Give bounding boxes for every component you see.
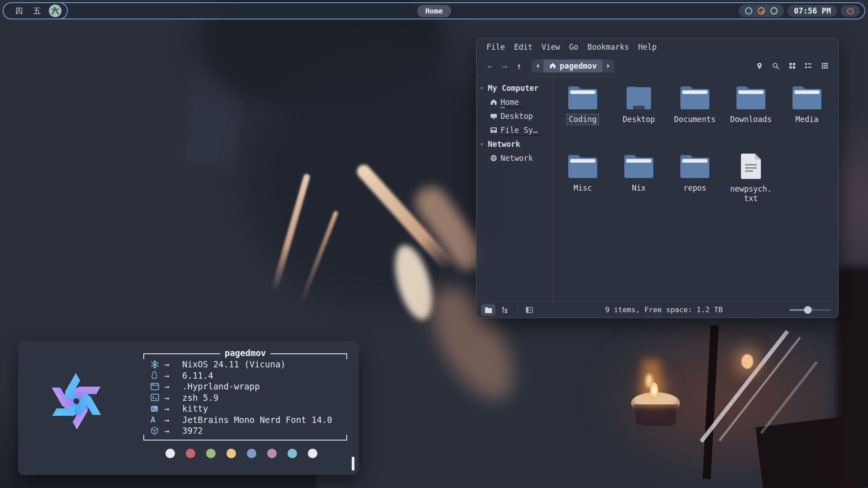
folder-icon — [679, 153, 711, 179]
active-window-title: Home — [417, 5, 451, 17]
arrow-icon: → — [164, 381, 182, 391]
file-manager-window: File Edit View Go Bookmarks Help ← → ↑ p… — [476, 38, 839, 318]
arrow-icon: → — [164, 404, 182, 413]
menu-go[interactable]: Go — [565, 41, 583, 53]
path-scroll-left[interactable] — [532, 59, 543, 73]
menu-help[interactable]: Help — [633, 41, 661, 53]
fastfetch-output: pagedmov → NixOS 24.11 (Vicuna) → 6.11.4… — [143, 353, 347, 441]
sidebar-item-network[interactable]: Network — [476, 151, 552, 165]
file-item-desktop[interactable]: Desktop — [611, 84, 667, 153]
status-text: 9 items, Free space: 1.2 TB — [538, 305, 789, 314]
right-triangle-icon — [607, 64, 610, 68]
workspace-6-active[interactable]: 六 — [49, 5, 61, 17]
workspace-4[interactable]: 四 — [13, 5, 25, 17]
icon-view-icon — [789, 62, 796, 69]
folder-icon — [735, 84, 767, 111]
home-icon — [490, 99, 497, 106]
forward-button[interactable]: → — [497, 59, 512, 73]
path-segment-label: pagedmov — [560, 61, 597, 70]
kernel-penguin-icon — [151, 371, 164, 380]
places-pane-button[interactable] — [481, 304, 495, 316]
text-file-icon — [739, 153, 763, 180]
search-button[interactable] — [769, 59, 783, 73]
compact-view-icon — [821, 62, 828, 69]
desktop-icon — [490, 113, 497, 120]
filesystem-icon — [490, 127, 497, 134]
path-segment-home[interactable]: pagedmov — [543, 60, 603, 72]
file-item-media[interactable]: Media — [779, 84, 835, 153]
status-bar: 9 items, Free space: 1.2 TB — [476, 301, 838, 318]
terminal-window[interactable]: pagedmov → NixOS 24.11 (Vicuna) → 6.11.4… — [18, 341, 359, 475]
search-icon — [772, 62, 779, 70]
file-item-newpsych-txt[interactable]: newpsych.txt — [723, 153, 779, 222]
expander-triangle-icon[interactable]: ▾ — [480, 85, 485, 91]
file-item-coding[interactable]: Coding — [555, 84, 611, 153]
menu-bar: File Edit View Go Bookmarks Help — [476, 38, 838, 56]
fetch-row-packages: → 3972 — [151, 425, 347, 436]
desktop-folder-icon — [623, 84, 655, 111]
cpu-circle-icon — [744, 6, 753, 15]
fetch-row-wm: → .Hyprland-wrapp — [151, 381, 347, 392]
list-view-button[interactable] — [801, 59, 816, 73]
workspace-5[interactable]: 五 — [31, 5, 43, 17]
system-monitors[interactable] — [739, 5, 784, 17]
menu-view[interactable]: View — [537, 41, 565, 53]
fetch-row-font: A → JetBrains Mono Nerd Font 14.0 — [151, 414, 347, 426]
sidebar-item-filesystem[interactable]: File Sy… — [476, 123, 552, 137]
compact-view-button[interactable] — [817, 59, 832, 73]
nixos-logo — [29, 354, 124, 449]
disk-circle-icon — [769, 6, 778, 15]
places-sidebar: ▾ My Computer Home Desktop File Sy… ▾ Ne… — [476, 76, 552, 301]
zoom-slider[interactable] — [789, 306, 831, 314]
arrow-icon: → — [164, 415, 182, 425]
menu-edit[interactable]: Edit — [509, 41, 537, 53]
list-view-icon — [805, 62, 812, 69]
arrow-icon: → — [164, 359, 182, 369]
palette-dot — [206, 449, 216, 458]
file-item-downloads[interactable]: Downloads — [723, 84, 779, 153]
up-button[interactable]: ↑ — [512, 59, 526, 73]
clock[interactable]: 07:56 PM — [788, 5, 837, 17]
file-item-nix[interactable]: Nix — [611, 153, 667, 222]
arrow-icon: → — [164, 393, 182, 403]
sidebar-item-home[interactable]: Home — [476, 95, 552, 109]
location-pin-button[interactable] — [752, 59, 767, 73]
zoom-slider-knob[interactable] — [804, 306, 812, 314]
menu-file[interactable]: File — [482, 41, 509, 53]
icon-view-button[interactable] — [785, 59, 799, 73]
folder-icon — [791, 84, 823, 111]
file-item-misc[interactable]: Misc — [555, 153, 611, 222]
file-item-documents[interactable]: Documents — [667, 84, 723, 153]
folder-icon — [567, 153, 599, 179]
folder-icon — [623, 153, 655, 179]
back-button[interactable]: ← — [483, 59, 497, 73]
home-icon — [549, 62, 556, 69]
terminal-icon — [151, 405, 164, 412]
memory-circle-icon — [757, 6, 766, 15]
sidebar-item-desktop[interactable]: Desktop — [476, 109, 552, 123]
top-bar: 四 五 六 Home 07:56 PM — [3, 2, 865, 19]
sidebar-section-network[interactable]: ▾ Network — [476, 137, 552, 151]
menu-bookmarks[interactable]: Bookmarks — [583, 41, 633, 53]
terminal-cursor — [352, 457, 354, 470]
toolbar: ← → ↑ pagedmov — [476, 56, 838, 76]
toggle-sidebar-button[interactable] — [522, 304, 537, 316]
path-scroll-right[interactable] — [603, 59, 614, 73]
fetch-user-title: pagedmov — [220, 348, 271, 358]
expander-triangle-icon[interactable]: ▾ — [480, 141, 485, 147]
arrow-icon: → — [164, 371, 182, 380]
network-globe-icon — [490, 155, 497, 162]
terminal-color-palette — [165, 449, 317, 458]
palette-dot — [186, 449, 195, 458]
sidebar-section-my-computer[interactable]: ▾ My Computer — [476, 81, 552, 95]
nixos-snowflake-icon — [151, 360, 164, 369]
power-button[interactable] — [841, 5, 860, 17]
file-grid: Coding Desktop Documents Downloads Media… — [553, 76, 838, 301]
tree-pane-icon — [501, 306, 508, 313]
toggle-sidebar-icon — [526, 307, 533, 313]
file-item-repos[interactable]: repos — [667, 153, 723, 222]
wm-window-icon — [151, 383, 164, 390]
fetch-row-kernel: → 6.11.4 — [151, 370, 347, 381]
path-bar: pagedmov — [532, 59, 614, 73]
tree-pane-button[interactable] — [497, 304, 512, 316]
